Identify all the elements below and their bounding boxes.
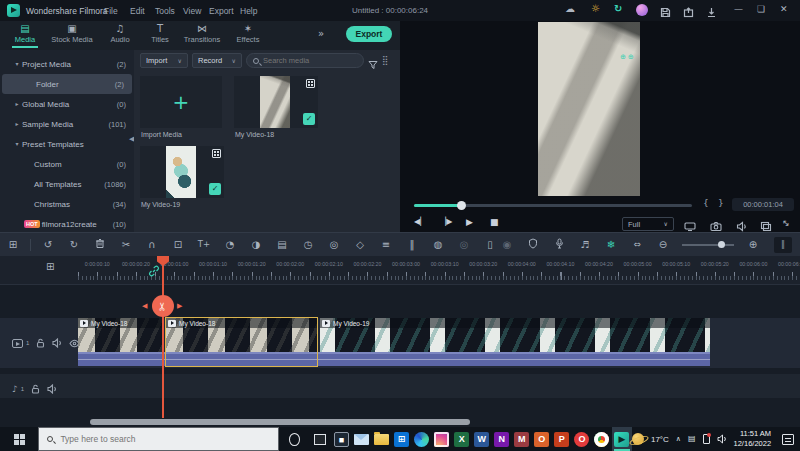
start-button[interactable] [0,427,38,451]
import-dropdown[interactable]: Import∨ [140,53,188,68]
clock[interactable]: 11:51 AM 12/16/2022 [734,429,772,449]
mute-speaker-icon[interactable] [47,380,57,398]
magnet-icon[interactable]: ∩ [139,240,165,250]
menu-help[interactable]: Help [240,6,257,16]
restore-button[interactable]: ❏ [757,5,765,14]
pinned-app-excel[interactable]: X [452,427,472,451]
tab-transitions[interactable]: ⋈ Transitions [178,24,226,44]
cut-scissors-cursor[interactable]: ✂ [152,295,174,317]
taskbar-app-filmora-active[interactable]: ▶ [612,427,632,451]
import-media-tile[interactable]: + [140,76,222,128]
sidebar-item-folder[interactable]: Folder (2) [2,74,132,94]
cortana-button[interactable] [289,433,300,446]
pinned-app-chrome[interactable] [592,427,612,451]
action-center-icon[interactable] [782,434,794,445]
split-scissors-icon[interactable]: ✂ [113,240,139,250]
speed-icon[interactable]: ◔ [217,240,243,250]
expander-icon[interactable]: ▾ [12,61,22,67]
menu-tools[interactable]: Tools [155,6,175,16]
render-preview-icon[interactable]: ▤ [269,240,295,250]
tab-effects[interactable]: ✶ Effects [226,24,270,44]
filter-icon[interactable] [368,56,378,74]
mute-speaker-icon[interactable] [52,334,62,352]
media-tile-video-18[interactable]: ✓ [234,76,318,128]
pinned-app-capture[interactable]: ■ [332,427,352,451]
user-avatar[interactable] [636,4,648,16]
tray-phone-icon[interactable] [703,434,710,444]
sidebar-item-christmas[interactable]: Christmas (34) [0,194,134,214]
close-button[interactable]: ✕ [780,5,788,14]
media-tile-video-19[interactable]: ✓ [140,146,224,198]
add-text-icon[interactable]: T+ [191,240,217,249]
sidebar-item-custom[interactable]: Custom (0) [0,154,134,174]
workspace-layout-icon[interactable]: ⊞ [0,240,26,250]
keyframe-icon[interactable]: ◇ [347,240,373,250]
sidebar-item-project-media[interactable]: ▾ Project Media (2) [0,54,134,74]
expander-icon[interactable]: ▸ [12,121,22,127]
color-match-icon[interactable]: ◑ [243,240,269,250]
pinned-app-opera[interactable]: O [572,427,592,451]
minimize-button[interactable]: — [734,5,743,14]
view-grid-icon[interactable]: ⣿ [382,56,389,65]
temperature[interactable]: 17°C [651,435,669,444]
timeline-zoom-slider[interactable] [682,244,734,246]
sync-resources-icon[interactable]: ↻ [614,4,622,14]
pinned-app-onenote[interactable]: N [492,427,512,451]
undo-icon[interactable]: ↺ [35,240,61,250]
tab-audio[interactable]: ♫ Audio [100,24,140,44]
media-search-input[interactable] [263,56,353,65]
record-dropdown[interactable]: Record∨ [192,53,242,68]
mark-in-icon[interactable]: { [703,199,709,208]
snowflake-effect-icon[interactable]: ❄ [598,240,624,250]
redo-icon[interactable]: ↻ [61,240,87,250]
voiceover-mic-icon[interactable] [546,238,572,251]
zoom-out-icon[interactable]: ⊖ [650,240,676,250]
menu-view[interactable]: View [183,6,201,16]
timeline-ruler[interactable]: 0:00:00:1000:00:00:2000:00:01:0000:00:01… [0,256,800,285]
ab-compare-icon[interactable]: ⇔ [624,240,650,249]
mask-shield-icon[interactable] [520,238,546,251]
show-hidden-icons-caret[interactable]: ∧ [676,436,681,443]
export-project-icon[interactable] [683,4,694,22]
tray-volume-icon[interactable] [717,430,727,448]
audio-playlist-icon[interactable]: ♬ [572,240,598,250]
export-button[interactable]: Export [346,26,392,42]
mark-out-icon[interactable]: } [718,199,724,208]
delete-icon[interactable] [87,238,113,251]
tab-titles[interactable]: T Titles [140,24,180,44]
playhead-line[interactable] [162,256,164,418]
fullscreen-icon[interactable]: ↔ [780,218,792,230]
pinned-app-edge[interactable] [412,427,432,451]
menu-file[interactable]: File [104,6,118,16]
taskbar-search-box[interactable] [38,427,279,451]
pinned-app-outlook[interactable]: O [532,427,552,451]
silence-detect-icon[interactable]: ◎ [451,240,477,250]
taskbar-search-input[interactable] [60,434,260,444]
download-icon[interactable] [706,4,717,22]
auto-ripple-link-icon[interactable] [148,263,160,281]
tab-stock-media[interactable]: ▣ Stock Media [48,24,96,44]
pinned-app-powerpoint[interactable]: P [552,427,572,451]
play-button[interactable]: ▶ [466,218,473,227]
sidebar-item-preset-templates[interactable]: ▾ Preset Templates [0,134,134,154]
pinned-app-mail[interactable] [352,427,372,451]
lock-icon[interactable] [36,334,45,352]
sidebar-item-sample-media[interactable]: ▸ Sample Media (101) [0,114,134,134]
motion-tracking-icon[interactable]: ◎ [321,240,347,250]
previous-frame-button[interactable]: ◀▏ [414,218,426,226]
bulb-icon[interactable]: ☼ [591,4,600,14]
sidebar-item-filmora12create[interactable]: HOT filmora12create (10) [0,214,134,234]
menu-edit[interactable]: Edit [130,6,145,16]
expander-icon[interactable]: ▾ [12,141,22,147]
add-track-icon[interactable]: ⊞ [46,262,54,272]
save-icon[interactable] [660,4,671,22]
fit-to-timeline-button[interactable]: ‖ [774,237,792,253]
media-search-box[interactable] [246,53,364,68]
expander-icon[interactable]: ▸ [12,101,22,107]
stop-button[interactable]: ■ [490,218,499,227]
weather-icon[interactable] [632,433,644,445]
pinned-app-file-explorer[interactable] [372,427,392,451]
timeline-clip-video-18-a[interactable]: My Video-18 [78,318,164,352]
timeline-clip-video-19[interactable]: My Video-19 [320,318,710,352]
screen-record-icon[interactable]: ◉ [494,240,520,250]
